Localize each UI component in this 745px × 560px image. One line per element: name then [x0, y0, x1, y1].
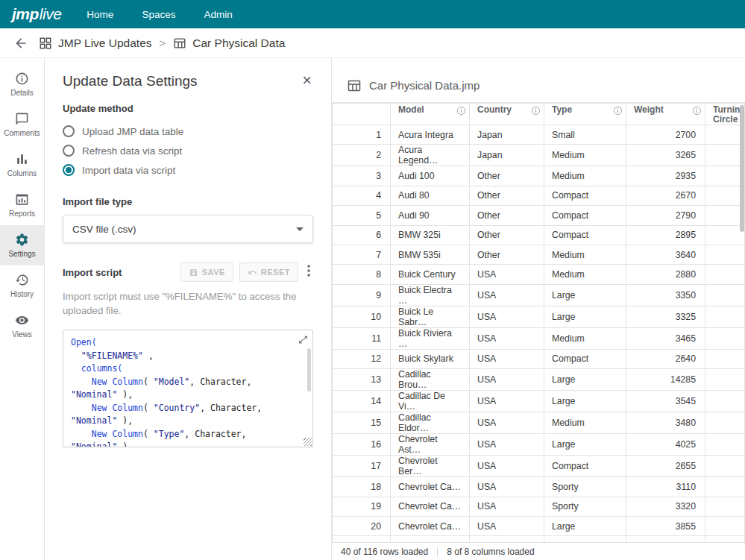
table-cell: 12	[333, 349, 391, 368]
breadcrumb-post[interactable]: Car Physical Data	[173, 37, 285, 50]
table-cell: 8	[333, 265, 391, 284]
sidebar-item-views[interactable]: Views	[0, 306, 44, 346]
sidebar-item-settings[interactable]: Settings	[0, 225, 44, 265]
table-cell: Buick Century	[391, 265, 470, 284]
editor-resize-handle[interactable]	[304, 438, 312, 446]
data-preview-panel: Car Physical Data.jmp Model	[332, 58, 745, 560]
table-cell: 18	[333, 477, 391, 497]
column-info-icon[interactable]	[456, 106, 466, 118]
table-cell	[705, 306, 745, 327]
code-line: "Nominal" ),	[71, 415, 302, 428]
table-cell: 9	[333, 284, 391, 306]
jmp-live-logo[interactable]: jmplive	[12, 5, 61, 23]
sidebar-item-comments[interactable]: Comments	[0, 104, 44, 145]
import-script-helper-text: Import script must use "%FILENAME%" to a…	[63, 289, 313, 318]
table-row: 15Cadillac Eldor…USAMedium3480	[333, 412, 745, 434]
table-row: 17Chevrolet Ber…USACompact2655	[333, 456, 745, 477]
breadcrumb-bar: JMP Live Updates > Car Physical Data	[0, 28, 745, 58]
code-line: New Column( "Country", Character,	[71, 402, 302, 415]
close-icon[interactable]: ×	[301, 73, 313, 88]
report-icon	[15, 192, 29, 207]
table-cell: 3110	[626, 477, 705, 497]
code-line: New Column( "Type", Character,	[71, 428, 302, 441]
table-cell: Other	[470, 225, 544, 245]
table-row: 9Buick Electra …USALarge3350	[333, 284, 745, 306]
breadcrumb-post-label: Car Physical Data	[192, 37, 285, 50]
file-type-select[interactable]: CSV file (.csv)	[63, 215, 313, 243]
table-cell: Japan	[470, 145, 544, 166]
left-rail: Details Comments Columns Reports Setting…	[0, 58, 45, 560]
nav-admin[interactable]: Admin	[204, 9, 232, 20]
table-cell: Compact	[544, 225, 626, 245]
table-cell: USA	[470, 369, 544, 391]
code-line: columns(	[71, 362, 302, 376]
sidebar-item-details[interactable]: Details	[0, 64, 44, 104]
table-row: 1Acura IntegraJapanSmall2700	[333, 125, 745, 145]
column-label: Weight	[634, 105, 664, 115]
editor-scrollbar[interactable]	[307, 348, 311, 391]
import-script-editor[interactable]: Open( "%FILENAME%" , columns( New Column…	[63, 330, 313, 447]
table-cell: USA	[470, 536, 544, 542]
column-info-icon[interactable]	[531, 106, 541, 118]
table-scrollbar[interactable]	[740, 105, 744, 232]
table-cell: USA	[470, 265, 544, 284]
table-cell	[705, 125, 745, 145]
table-cell: Small	[544, 125, 626, 145]
table-cell: 4	[333, 186, 391, 205]
reset-label: RESET	[261, 268, 290, 277]
table-cell: 3325	[626, 306, 705, 327]
table-cell: USA	[470, 412, 544, 434]
space-grid-icon	[39, 37, 52, 50]
expand-editor-icon[interactable]	[298, 334, 308, 347]
table-cell: Large	[544, 306, 626, 327]
table-cell: Medium	[544, 166, 626, 186]
table-cell: Cadillac Brou…	[391, 369, 470, 391]
table-row: 14Cadillac De Vi…USALarge3545	[333, 391, 745, 412]
breadcrumb-space[interactable]: JMP Live Updates	[39, 37, 152, 50]
table-header-row: Model Country Type Weight	[333, 104, 745, 125]
table-row: 4Audi 80OtherCompact2670	[333, 186, 745, 205]
table-cell	[705, 456, 745, 477]
more-options-kebab-icon[interactable]	[304, 263, 313, 281]
columns-loaded-status: 8 of 8 columns loaded	[447, 547, 534, 557]
top-bar: jmplive Home Spaces Admin	[0, 0, 745, 28]
table-cell	[705, 225, 745, 245]
table-cell: Medium	[544, 327, 626, 349]
code-line: "Nominal" ),	[71, 441, 302, 447]
eye-icon	[15, 313, 29, 327]
table-cell: 14	[333, 391, 391, 412]
table-cell: USA	[470, 391, 544, 412]
table-cell: USA	[470, 349, 544, 368]
column-info-icon[interactable]	[613, 106, 623, 118]
radio-label: Upload JMP data table	[82, 126, 183, 137]
radio-refresh-data-via-script[interactable]: Refresh data via script	[63, 141, 313, 160]
nav-home[interactable]: Home	[87, 9, 113, 20]
radio-circle-icon	[63, 125, 75, 137]
table-cell: Large	[544, 516, 626, 535]
logo-jmp-text: jmp	[12, 5, 39, 22]
footer-divider	[437, 547, 438, 557]
table-cell: BMW 535i	[391, 245, 470, 264]
table-cell: 10	[333, 306, 391, 327]
table-row: 6BMW 325iOtherCompact2895	[333, 225, 745, 245]
table-cell: Audi 100	[391, 166, 470, 186]
sidebar-item-reports[interactable]: Reports	[0, 185, 44, 225]
table-cell: Chevrolet Ca…	[391, 497, 470, 516]
comment-icon	[15, 112, 29, 126]
back-button[interactable]	[10, 33, 31, 54]
radio-import-data-via-script[interactable]: Import data via script	[63, 160, 313, 180]
table-row: 3Audi 100OtherMedium2935	[333, 166, 745, 186]
table-cell: Other	[470, 186, 544, 205]
radio-upload-jmp-data-table[interactable]: Upload JMP data table	[63, 122, 313, 141]
table-cell: Buick Riviera …	[391, 327, 470, 349]
save-button[interactable]: SAVE	[180, 262, 233, 282]
data-table-icon	[173, 37, 186, 50]
reset-button[interactable]: RESET	[239, 262, 298, 282]
nav-spaces[interactable]: Spaces	[142, 9, 175, 20]
logo-live-text: live	[40, 5, 62, 22]
sidebar-item-columns[interactable]: Columns	[0, 145, 44, 185]
sidebar-item-history[interactable]: History	[0, 265, 44, 306]
column-info-icon[interactable]	[692, 106, 702, 118]
table-cell	[705, 349, 745, 368]
sidebar-item-label: Settings	[8, 250, 35, 258]
